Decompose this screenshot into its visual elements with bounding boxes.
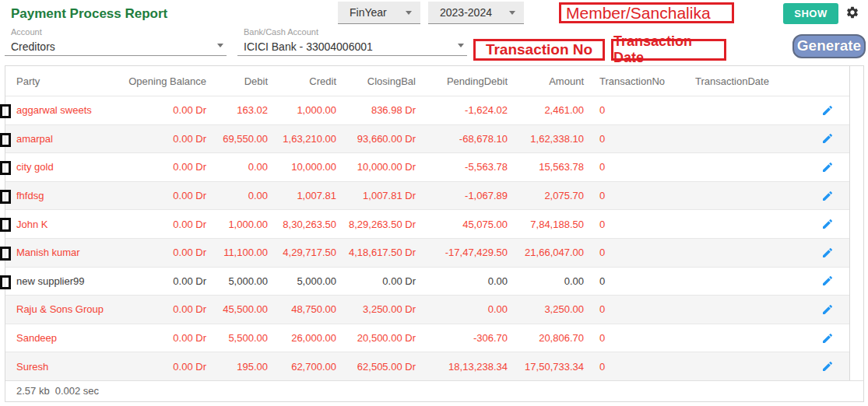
column-header-opening-balance: Opening Balance — [125, 75, 206, 87]
cell-amount: 20,806.70 — [508, 332, 584, 344]
cell-closingbal: 8,29,263.50 Dr — [336, 219, 416, 230]
cell-pendingdebit: 45,075.00 — [416, 219, 508, 230]
cell-pendingdebit: -1,067.89 — [416, 190, 508, 201]
table-row: Sandeep 0.00 Dr 5,500.00 26,000.00 20,50… — [5, 324, 849, 352]
edit-row-button[interactable] — [820, 245, 835, 261]
cell-closingbal: 93,660.00 Dr — [336, 133, 416, 145]
row-checkbox[interactable] — [0, 275, 11, 289]
load-time: 0.002 sec — [55, 385, 99, 397]
edit-pencil-icon — [821, 247, 834, 259]
column-header-party: Party — [16, 75, 125, 87]
table-row: amarpal 0.00 Dr 69,550.00 1,63,210.00 93… — [5, 124, 849, 153]
row-checkbox[interactable] — [0, 104, 11, 118]
finyear-select-value: FinYear — [350, 6, 387, 19]
gear-icon[interactable] — [845, 5, 859, 19]
edit-row-button[interactable] — [820, 216, 835, 232]
cell-pendingdebit: -17,47,429.50 — [416, 247, 508, 258]
cell-credit: 10,000.00 — [268, 161, 336, 173]
row-checkbox[interactable] — [0, 133, 11, 147]
cell-amount: 2,075.70 — [508, 190, 584, 201]
cell-transactionno: 0 — [584, 133, 680, 145]
cell-debit: 1,000.00 — [206, 219, 268, 230]
cell-opening-balance: 0.00 Dr — [125, 247, 206, 258]
cell-debit: 11,100.00 — [206, 247, 268, 258]
cell-credit: 1,007.81 — [268, 190, 336, 201]
edit-row-button[interactable] — [820, 359, 835, 374]
cell-amount: 7,84,188.50 — [508, 219, 584, 230]
year-select[interactable]: 2023-2024 — [428, 2, 524, 24]
transaction-no-annotation-label: Transaction No — [486, 41, 592, 58]
cell-closingbal: 3,250.00 Dr — [336, 303, 416, 315]
cell-opening-balance: 0.00 Dr — [125, 104, 206, 116]
table-row: city gold 0.00 Dr 0.00 10,000.00 10,000.… — [5, 152, 849, 181]
payment-process-report-page: Payment Process Report FinYear 2023-2024… — [0, 0, 868, 406]
cell-opening-balance: 0.00 Dr — [125, 332, 206, 344]
edit-row-button[interactable] — [820, 188, 835, 204]
page-title: Payment Process Report — [11, 6, 167, 22]
column-header-amount: Amount — [508, 75, 584, 87]
row-checkbox[interactable] — [0, 190, 11, 204]
cell-debit: 5,500.00 — [206, 332, 268, 344]
cell-closingbal: 20,500.00 Dr — [336, 332, 416, 344]
cell-pendingdebit: -68,678.10 — [416, 133, 508, 145]
member-annotation-label: Member/Sanchalika — [566, 4, 711, 23]
cell-transactionno: 0 — [584, 303, 680, 315]
table-header-row: Party Opening Balance Debit Credit Closi… — [5, 66, 849, 96]
cell-credit: 62,700.00 — [268, 361, 336, 373]
column-header-credit: Credit — [268, 75, 336, 87]
column-header-closingbal: ClosingBal — [336, 75, 416, 87]
finyear-select[interactable]: FinYear — [338, 2, 420, 24]
account-select[interactable]: Account Creditors — [5, 26, 227, 56]
edit-row-button[interactable] — [820, 273, 835, 289]
edit-row-button[interactable] — [820, 302, 835, 317]
cell-credit: 4,29,717.50 — [268, 247, 336, 258]
cell-opening-balance: 0.00 Dr — [125, 219, 206, 230]
edit-row-button[interactable] — [820, 331, 835, 346]
row-checkbox[interactable] — [0, 247, 11, 261]
edit-row-button[interactable] — [820, 159, 835, 175]
member-annotation-box: Member/Sanchalika — [559, 2, 734, 23]
cell-opening-balance: 0.00 Dr — [125, 161, 206, 173]
table-row: Suresh 0.00 Dr 195.00 62,700.00 62,505.0… — [5, 352, 849, 380]
cell-opening-balance: 0.00 Dr — [125, 190, 206, 201]
cell-pendingdebit: -1,624.02 — [416, 104, 508, 116]
cell-debit: 5,000.00 — [206, 275, 268, 287]
cell-transactionno: 0 — [584, 161, 680, 173]
show-button[interactable]: SHOW — [783, 3, 838, 24]
edit-pencil-icon — [821, 161, 834, 173]
edit-pencil-icon — [821, 190, 834, 202]
cell-transactionno: 0 — [584, 332, 680, 344]
cell-closingbal: 1,007.81 Dr — [336, 190, 416, 201]
cell-debit: 0.00 — [206, 190, 268, 201]
cell-closingbal: 836.98 Dr — [336, 104, 416, 116]
table-body: aggarwal sweets 0.00 Dr 163.02 1,000.00 … — [5, 96, 849, 380]
cell-party: aggarwal sweets — [16, 104, 125, 116]
chevron-down-icon — [406, 11, 412, 15]
column-header-transactionno: TransactionNo — [584, 75, 680, 87]
cell-closingbal: 4,18,617.50 Dr — [336, 247, 416, 258]
row-checkbox[interactable] — [0, 218, 11, 232]
cell-debit: 163.02 — [206, 104, 268, 116]
cell-transactionno: 0 — [584, 247, 680, 258]
row-checkbox[interactable] — [0, 161, 11, 175]
generate-button[interactable]: Generate — [792, 34, 866, 58]
edit-pencil-icon — [821, 360, 834, 373]
cell-party: Suresh — [16, 361, 125, 373]
edit-row-button[interactable] — [820, 131, 835, 146]
cell-party: city gold — [16, 161, 125, 173]
cell-party: new supplier99 — [16, 275, 125, 287]
cell-transactionno: 0 — [584, 275, 680, 287]
cell-amount: 17,50,733.34 — [508, 361, 584, 373]
bank-select-label: Bank/Cash Account — [244, 27, 318, 37]
cell-party: fhfdsg — [16, 190, 125, 201]
cell-amount: 0.00 — [508, 275, 584, 287]
cell-closingbal: 0.00 Dr — [336, 275, 416, 287]
cell-pendingdebit: 0.00 — [416, 275, 508, 287]
column-header-transactiondate: TransactionDate — [680, 75, 804, 87]
chevron-down-icon — [509, 11, 515, 15]
cell-amount: 2,461.00 — [508, 104, 584, 116]
cell-pendingdebit: 0.00 — [416, 303, 508, 315]
edit-row-button[interactable] — [820, 103, 835, 118]
bank-account-select[interactable]: Bank/Cash Account ICICI Bank - 330040060… — [237, 26, 467, 56]
table-row: Raju & Sons Group 0.00 Dr 45,500.00 48,7… — [5, 295, 849, 324]
